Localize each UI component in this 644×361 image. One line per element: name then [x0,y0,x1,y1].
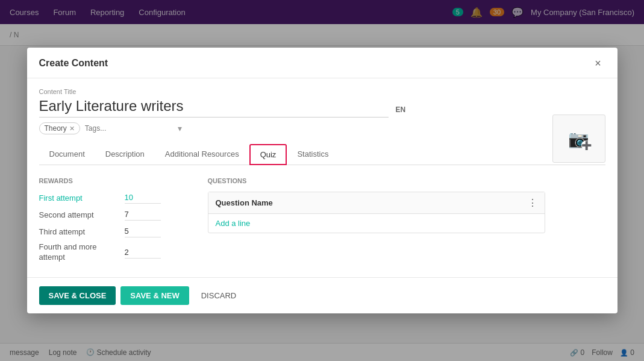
modal-title: Create Content [39,58,108,69]
quiz-tab-content: Rewards First attempt Second attempt Thi… [39,177,605,268]
modal-header: Create Content × [27,48,617,78]
modal-close-button[interactable]: × [591,56,605,71]
tag-label: Theory [45,124,67,133]
tags-dropdown-icon[interactable]: ▾ [178,124,182,133]
tags-input[interactable] [85,124,175,133]
modal-overlay: Create Content × 📷 ➕ Content Title EN [0,0,644,361]
add-line-button[interactable]: Add a line [216,219,251,228]
content-title-label: Content Title [39,88,605,95]
save-close-button[interactable]: SAVE & CLOSE [39,286,116,305]
questions-table: Question Name ⋮ Add a line [208,192,545,233]
questions-section-label: Questions [208,177,545,184]
tabs-row: Document Description Additional Resource… [39,144,605,165]
rewards-section: Rewards First attempt Second attempt Thi… [39,177,184,268]
second-attempt-input[interactable] [125,209,161,221]
thumbnail-upload[interactable]: 📷 ➕ [552,115,605,163]
tag-remove-button[interactable]: ✕ [69,125,75,133]
third-attempt-row: Third attempt [39,225,184,237]
first-attempt-label: First attempt [39,193,117,202]
third-attempt-input[interactable] [125,225,161,237]
discard-button[interactable]: DISCARD [194,286,244,305]
kebab-menu-icon[interactable]: ⋮ [528,197,537,209]
lang-badge: EN [396,105,406,114]
tab-additional-resources[interactable]: Additional Resources [155,144,249,165]
tab-document[interactable]: Document [39,144,95,165]
fourth-attempt-row: Fourth and more attempt [39,242,184,263]
questions-table-header: Question Name ⋮ [208,192,545,214]
second-attempt-label: Second attempt [39,210,117,219]
tab-description[interactable]: Description [95,144,155,165]
tag-theory: Theory ✕ [39,122,80,134]
modal-body: 📷 ➕ Content Title EN Theory ✕ ▾ [27,78,617,277]
tab-quiz[interactable]: Quiz [249,144,287,165]
second-attempt-row: Second attempt [39,209,184,221]
rewards-section-label: Rewards [39,177,184,184]
camera-icon: 📷 ➕ [568,129,589,149]
third-attempt-label: Third attempt [39,227,117,236]
tab-statistics[interactable]: Statistics [287,144,339,165]
fourth-attempt-input[interactable] [125,246,161,259]
question-name-col: Question Name [216,198,273,207]
save-new-button[interactable]: SAVE & NEW [120,286,189,305]
modal-dialog: Create Content × 📷 ➕ Content Title EN [27,48,617,313]
add-line-row: Add a line [208,214,545,233]
fourth-attempt-label: Fourth and more attempt [39,242,117,263]
content-title-input[interactable] [39,98,389,118]
questions-section: Questions Question Name ⋮ Add a line [208,177,545,268]
first-attempt-input[interactable] [125,192,161,204]
modal-footer: SAVE & CLOSE SAVE & NEW DISCARD [27,277,617,313]
tags-row: Theory ✕ ▾ [39,122,605,134]
content-title-row: EN [39,98,605,118]
first-attempt-row: First attempt [39,192,184,204]
